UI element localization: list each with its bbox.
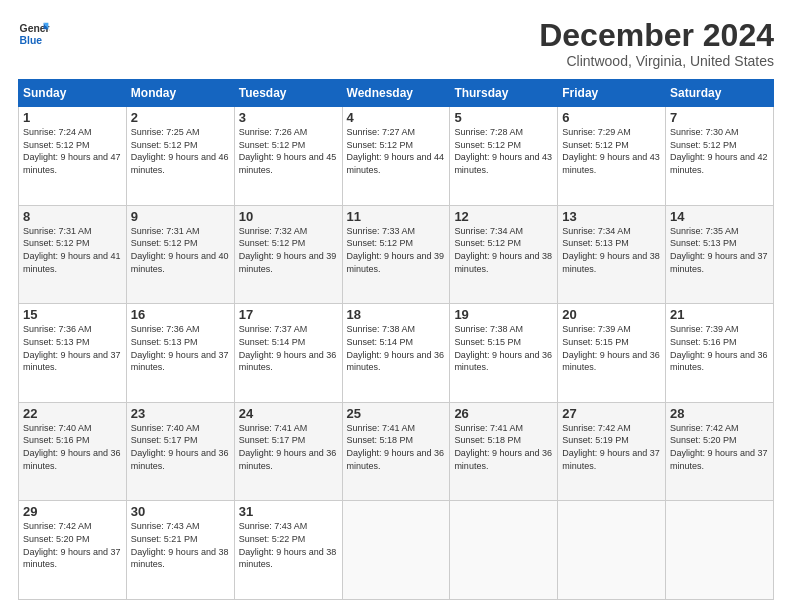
day-info: Sunrise: 7:28 AMSunset: 5:12 PMDaylight:… (454, 127, 552, 175)
col-monday: Monday (126, 80, 234, 107)
day-number: 29 (23, 504, 122, 519)
day-info: Sunrise: 7:31 AMSunset: 5:12 PMDaylight:… (23, 226, 121, 274)
calendar-cell: 26 Sunrise: 7:41 AMSunset: 5:18 PMDaylig… (450, 402, 558, 501)
calendar-cell: 14 Sunrise: 7:35 AMSunset: 5:13 PMDaylig… (666, 205, 774, 304)
day-number: 7 (670, 110, 769, 125)
calendar-cell: 29 Sunrise: 7:42 AMSunset: 5:20 PMDaylig… (19, 501, 127, 600)
day-info: Sunrise: 7:39 AMSunset: 5:16 PMDaylight:… (670, 324, 768, 372)
calendar-cell: 20 Sunrise: 7:39 AMSunset: 5:15 PMDaylig… (558, 304, 666, 403)
day-info: Sunrise: 7:29 AMSunset: 5:12 PMDaylight:… (562, 127, 660, 175)
calendar-cell: 17 Sunrise: 7:37 AMSunset: 5:14 PMDaylig… (234, 304, 342, 403)
calendar-cell: 30 Sunrise: 7:43 AMSunset: 5:21 PMDaylig… (126, 501, 234, 600)
day-number: 18 (347, 307, 446, 322)
calendar-cell: 2 Sunrise: 7:25 AMSunset: 5:12 PMDayligh… (126, 107, 234, 206)
day-info: Sunrise: 7:43 AMSunset: 5:22 PMDaylight:… (239, 521, 337, 569)
day-info: Sunrise: 7:36 AMSunset: 5:13 PMDaylight:… (131, 324, 229, 372)
calendar-cell: 27 Sunrise: 7:42 AMSunset: 5:19 PMDaylig… (558, 402, 666, 501)
day-info: Sunrise: 7:38 AMSunset: 5:14 PMDaylight:… (347, 324, 445, 372)
calendar-cell: 18 Sunrise: 7:38 AMSunset: 5:14 PMDaylig… (342, 304, 450, 403)
calendar-cell: 16 Sunrise: 7:36 AMSunset: 5:13 PMDaylig… (126, 304, 234, 403)
page-title: December 2024 (539, 18, 774, 53)
calendar-cell: 5 Sunrise: 7:28 AMSunset: 5:12 PMDayligh… (450, 107, 558, 206)
calendar-cell: 25 Sunrise: 7:41 AMSunset: 5:18 PMDaylig… (342, 402, 450, 501)
day-info: Sunrise: 7:34 AMSunset: 5:13 PMDaylight:… (562, 226, 660, 274)
day-number: 15 (23, 307, 122, 322)
day-number: 25 (347, 406, 446, 421)
day-info: Sunrise: 7:30 AMSunset: 5:12 PMDaylight:… (670, 127, 768, 175)
day-number: 13 (562, 209, 661, 224)
calendar-header-row: Sunday Monday Tuesday Wednesday Thursday… (19, 80, 774, 107)
calendar-cell: 15 Sunrise: 7:36 AMSunset: 5:13 PMDaylig… (19, 304, 127, 403)
day-info: Sunrise: 7:40 AMSunset: 5:16 PMDaylight:… (23, 423, 121, 471)
day-number: 11 (347, 209, 446, 224)
day-number: 20 (562, 307, 661, 322)
generalblue-logo-icon: General Blue (18, 18, 50, 50)
calendar-table: Sunday Monday Tuesday Wednesday Thursday… (18, 79, 774, 600)
day-info: Sunrise: 7:43 AMSunset: 5:21 PMDaylight:… (131, 521, 229, 569)
calendar-cell: 22 Sunrise: 7:40 AMSunset: 5:16 PMDaylig… (19, 402, 127, 501)
day-number: 5 (454, 110, 553, 125)
day-number: 27 (562, 406, 661, 421)
calendar-week-row: 8 Sunrise: 7:31 AMSunset: 5:12 PMDayligh… (19, 205, 774, 304)
calendar-cell: 13 Sunrise: 7:34 AMSunset: 5:13 PMDaylig… (558, 205, 666, 304)
day-number: 10 (239, 209, 338, 224)
day-info: Sunrise: 7:34 AMSunset: 5:12 PMDaylight:… (454, 226, 552, 274)
day-info: Sunrise: 7:31 AMSunset: 5:12 PMDaylight:… (131, 226, 229, 274)
svg-text:Blue: Blue (20, 35, 43, 46)
header: General Blue December 2024 Clintwood, Vi… (18, 18, 774, 69)
calendar-week-row: 22 Sunrise: 7:40 AMSunset: 5:16 PMDaylig… (19, 402, 774, 501)
day-number: 23 (131, 406, 230, 421)
day-number: 19 (454, 307, 553, 322)
day-number: 17 (239, 307, 338, 322)
col-thursday: Thursday (450, 80, 558, 107)
col-sunday: Sunday (19, 80, 127, 107)
calendar-cell: 1 Sunrise: 7:24 AMSunset: 5:12 PMDayligh… (19, 107, 127, 206)
day-number: 16 (131, 307, 230, 322)
calendar-cell: 7 Sunrise: 7:30 AMSunset: 5:12 PMDayligh… (666, 107, 774, 206)
calendar-cell: 10 Sunrise: 7:32 AMSunset: 5:12 PMDaylig… (234, 205, 342, 304)
calendar-cell: 21 Sunrise: 7:39 AMSunset: 5:16 PMDaylig… (666, 304, 774, 403)
day-number: 22 (23, 406, 122, 421)
calendar-cell (450, 501, 558, 600)
calendar-cell: 6 Sunrise: 7:29 AMSunset: 5:12 PMDayligh… (558, 107, 666, 206)
day-number: 9 (131, 209, 230, 224)
col-tuesday: Tuesday (234, 80, 342, 107)
day-info: Sunrise: 7:41 AMSunset: 5:18 PMDaylight:… (347, 423, 445, 471)
day-info: Sunrise: 7:36 AMSunset: 5:13 PMDaylight:… (23, 324, 121, 372)
day-info: Sunrise: 7:32 AMSunset: 5:12 PMDaylight:… (239, 226, 337, 274)
title-block: December 2024 Clintwood, Virginia, Unite… (539, 18, 774, 69)
day-number: 30 (131, 504, 230, 519)
day-info: Sunrise: 7:37 AMSunset: 5:14 PMDaylight:… (239, 324, 337, 372)
calendar-week-row: 29 Sunrise: 7:42 AMSunset: 5:20 PMDaylig… (19, 501, 774, 600)
col-saturday: Saturday (666, 80, 774, 107)
day-info: Sunrise: 7:25 AMSunset: 5:12 PMDaylight:… (131, 127, 229, 175)
calendar-week-row: 1 Sunrise: 7:24 AMSunset: 5:12 PMDayligh… (19, 107, 774, 206)
col-friday: Friday (558, 80, 666, 107)
calendar-cell: 9 Sunrise: 7:31 AMSunset: 5:12 PMDayligh… (126, 205, 234, 304)
day-info: Sunrise: 7:40 AMSunset: 5:17 PMDaylight:… (131, 423, 229, 471)
calendar-cell: 24 Sunrise: 7:41 AMSunset: 5:17 PMDaylig… (234, 402, 342, 501)
day-number: 12 (454, 209, 553, 224)
day-number: 6 (562, 110, 661, 125)
day-info: Sunrise: 7:39 AMSunset: 5:15 PMDaylight:… (562, 324, 660, 372)
day-info: Sunrise: 7:42 AMSunset: 5:20 PMDaylight:… (23, 521, 121, 569)
day-info: Sunrise: 7:24 AMSunset: 5:12 PMDaylight:… (23, 127, 121, 175)
calendar-cell: 11 Sunrise: 7:33 AMSunset: 5:12 PMDaylig… (342, 205, 450, 304)
calendar-cell (666, 501, 774, 600)
calendar-cell (558, 501, 666, 600)
day-number: 31 (239, 504, 338, 519)
day-number: 2 (131, 110, 230, 125)
day-number: 14 (670, 209, 769, 224)
calendar-cell: 8 Sunrise: 7:31 AMSunset: 5:12 PMDayligh… (19, 205, 127, 304)
calendar-cell: 3 Sunrise: 7:26 AMSunset: 5:12 PMDayligh… (234, 107, 342, 206)
day-number: 21 (670, 307, 769, 322)
day-number: 24 (239, 406, 338, 421)
day-info: Sunrise: 7:41 AMSunset: 5:17 PMDaylight:… (239, 423, 337, 471)
day-number: 3 (239, 110, 338, 125)
calendar-cell: 12 Sunrise: 7:34 AMSunset: 5:12 PMDaylig… (450, 205, 558, 304)
calendar-week-row: 15 Sunrise: 7:36 AMSunset: 5:13 PMDaylig… (19, 304, 774, 403)
day-info: Sunrise: 7:35 AMSunset: 5:13 PMDaylight:… (670, 226, 768, 274)
day-info: Sunrise: 7:42 AMSunset: 5:19 PMDaylight:… (562, 423, 660, 471)
day-number: 4 (347, 110, 446, 125)
calendar-cell: 28 Sunrise: 7:42 AMSunset: 5:20 PMDaylig… (666, 402, 774, 501)
